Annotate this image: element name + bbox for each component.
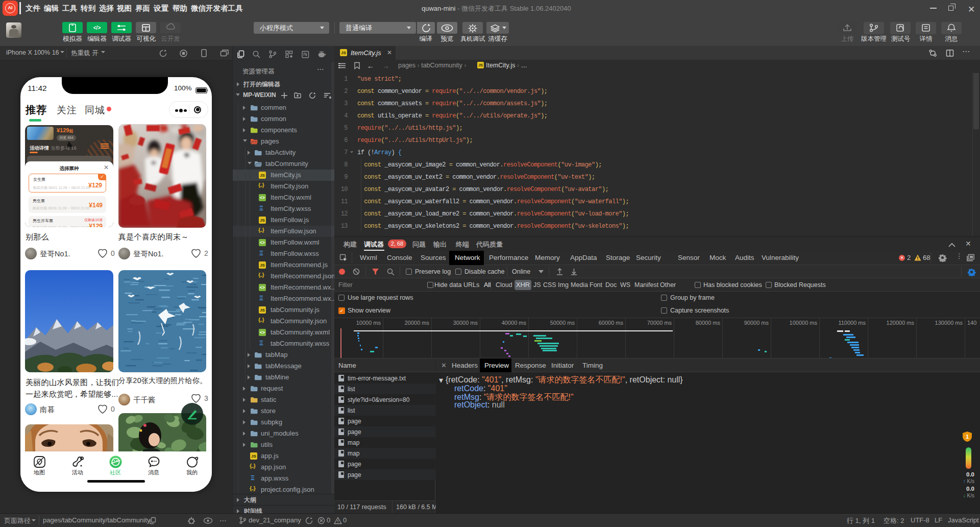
svg-text:</>: </> (93, 25, 101, 31)
svg-text:1: 1 (966, 434, 969, 440)
